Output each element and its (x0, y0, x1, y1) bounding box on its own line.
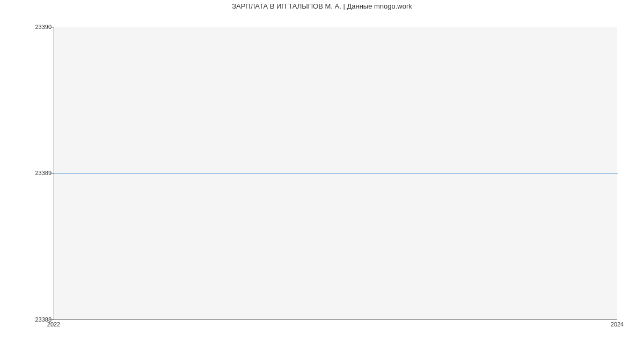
y-tick-label: 23389 (3, 170, 52, 176)
x-tick-label: 2022 (47, 321, 60, 328)
y-tick-label: 23388 (3, 316, 52, 323)
chart-title: ЗАРПЛАТА В ИП ТАЛЫПОВ М. А. | Данные mno… (0, 2, 644, 10)
chart-container: ЗАРПЛАТА В ИП ТАЛЫПОВ М. А. | Данные mno… (0, 0, 644, 349)
data-line (54, 173, 618, 173)
y-tick-label: 23390 (3, 24, 52, 30)
x-tick-label: 2024 (611, 321, 624, 328)
plot-area (54, 27, 617, 319)
